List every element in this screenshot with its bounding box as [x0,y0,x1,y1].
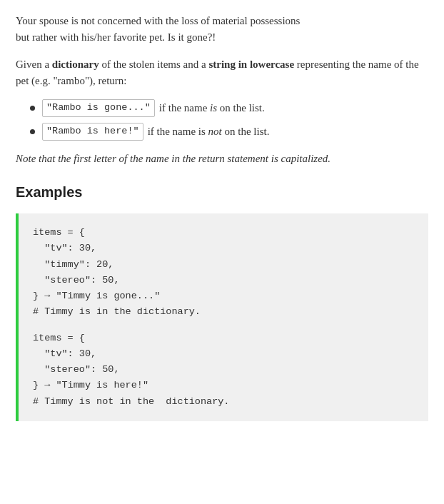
gone-italic: is [210,102,217,114]
intro-paragraph: Your spouse is not concerned with the lo… [16,13,428,46]
bullet-list: "Rambo is gone..." if the name is on the… [30,99,428,141]
code-block-wrapper: items = { "tv": 30, "timmy": 20, "stereo… [16,213,428,421]
bullet-dot-2 [30,129,35,134]
intro-line1: Your spouse is not concerned with the lo… [16,15,300,26]
examples-heading: Examples [16,181,428,203]
desc-string-phrase: string in lowercase [208,59,294,70]
bullet-dot-1 [30,106,35,111]
here-text-after: on the list. [222,126,270,137]
code-here: "Rambo is here!" [42,123,143,141]
code-block-1: items = { "tv": 30, "timmy": 20, "stereo… [33,225,414,321]
desc-before-dict: Given a [16,59,52,70]
here-italic: not [208,126,222,137]
code-example-1: items = { "tv": 30, "timmy": 20, "stereo… [33,225,414,321]
desc-middle: of the stolen items and a [99,59,209,70]
code-gone: "Rambo is gone..." [42,99,155,117]
gone-text-after: on the list. [217,102,265,114]
bullet-here-text: if the name is not on the list. [148,124,270,140]
bullet-gone-text: if the name is on the list. [159,100,265,116]
list-item-here: "Rambo is here!" if the name is not on t… [30,123,428,141]
gone-text-before: if the name [159,102,210,114]
list-item-gone: "Rambo is gone..." if the name is on the… [30,99,428,117]
intro-line2: but rather with his/her favorite pet. Is… [16,31,216,43]
code-block-2: items = { "tv": 30, "stereo": 50, } → "T… [33,331,414,410]
here-text-before: if the name is [148,126,208,137]
desc-dict-word: dictionary [52,59,99,70]
code-example-2: items = { "tv": 30, "stereo": 50, } → "T… [33,331,414,410]
description-paragraph: Given a dictionary of the stolen items a… [16,56,428,90]
note-paragraph: Note that the first letter of the name i… [16,151,428,167]
